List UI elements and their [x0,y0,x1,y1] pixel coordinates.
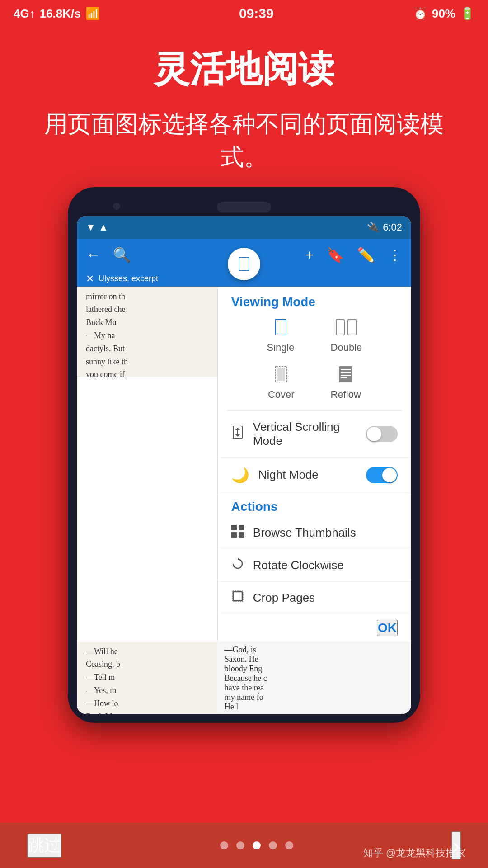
svg-marker-23 [238,557,240,560]
actions-header: Actions [218,493,411,517]
app-statusbar: ▼ ▲ 🔌 6:02 [77,216,411,239]
app-battery-icon: 🔌 [367,222,379,233]
bottom-nav: 跳过 › 知乎 @龙龙黑科技推家 [0,823,488,868]
ok-button[interactable]: OK [377,620,398,636]
night-mode-thumb [382,468,397,482]
browse-thumbnails-row[interactable]: Browse Thumbnails [218,517,411,549]
single-mode-btn[interactable]: Single [249,314,312,359]
dot-3-active [253,841,261,849]
night-mode-label: Night Mode [258,468,357,482]
svg-rect-20 [239,525,244,530]
browse-thumbnails-icon [231,525,244,541]
close-button[interactable]: ✕ [86,273,94,285]
cover-label: Cover [268,389,295,401]
dot-2 [236,841,244,849]
battery-icon: 🔋 [460,7,474,21]
single-label: Single [267,342,294,354]
viewing-mode-header: Viewing Mode [218,287,411,314]
page-mode-button[interactable] [228,248,260,280]
svg-rect-24 [233,592,242,601]
vertical-scroll-toggle[interactable] [366,426,398,442]
night-mode-toggle[interactable] [366,467,398,483]
vertical-scroll-label: Vertical Scrolling Mode [253,420,357,448]
bookmark-icon[interactable]: 🔖 [326,246,344,264]
phone-frame: ▼ ▲ 🔌 6:02 ← 🔍 👤+ 🔖 ✏ [68,187,420,723]
vertical-scrolling-row: Vertical Scrolling Mode [218,411,411,458]
svg-rect-9 [277,368,285,381]
vertical-scroll-icon [231,425,244,442]
book-text-lower: —Will he Ceasing, b —Tell m —Yes, m —How… [77,642,217,714]
subtitle: 用页面图标选择各种不同的页面阅读模式。 [27,108,461,174]
svg-rect-19 [231,525,237,530]
cover-mode-btn[interactable]: Cover [250,361,313,406]
svg-marker-17 [235,428,240,430]
svg-rect-3 [276,320,286,335]
app-toolbar: ← 🔍 👤+ 🔖 ✏️ ⋮ [77,239,411,271]
phone-container: ▼ ▲ 🔌 6:02 ← 🔍 👤+ 🔖 ✏ [68,187,420,723]
viewing-mode-panel: Viewing Mode Single [217,287,411,642]
content-area: mirror on th lathered che Buck Mu —My na… [77,287,411,642]
double-icon [336,319,357,339]
status-bar: 4G↑ 16.8K/s 📶 09:39 ⏰ 90% 🔋 [0,0,488,27]
dot-5 [285,841,293,849]
browse-thumbnails-label: Browse Thumbnails [253,526,356,540]
reflow-label: Reflow [331,389,361,401]
search-icon[interactable]: 🔍 [113,246,131,264]
more-menu-icon[interactable]: ⋮ [388,246,402,264]
battery-text: 90% [432,7,455,21]
app-time: 6:02 [383,222,402,233]
back-button[interactable]: ← [86,246,100,263]
view-modes-row1: Single Double [218,314,411,361]
add-user-icon[interactable]: 👤+ [287,246,314,264]
title-section: 灵活地阅读 用页面图标选择各种不同的页面阅读模式。 [0,27,488,187]
ok-row: OK [218,614,411,642]
book-text: mirror on th lathered che Buck Mu —My na… [77,287,217,377]
book-title: Ulysses, excerpt [99,274,158,283]
rotate-clockwise-icon [231,557,244,573]
rotate-clockwise-row[interactable]: Rotate Clockwise [218,549,411,582]
dot-1 [220,841,228,849]
edit-icon[interactable]: ✏️ [357,246,375,264]
night-mode-icon: 🌙 [231,467,249,484]
phone-notch [77,196,411,216]
rotate-clockwise-label: Rotate Clockwise [253,558,344,572]
svg-rect-5 [337,320,344,335]
skip-button[interactable]: 跳过 [27,834,61,858]
svg-rect-22 [239,532,244,538]
status-right: ⏰ 90% 🔋 [413,7,474,21]
app-statusbar-right: 🔌 6:02 [367,222,402,233]
svg-rect-1 [239,258,249,270]
watermark: 知乎 @龙龙黑科技推家 [363,846,465,860]
svg-rect-21 [231,532,237,538]
single-icon [274,319,287,339]
dot-4 [269,841,277,849]
status-time: 09:39 [239,6,274,21]
double-label: Double [331,342,362,354]
svg-marker-18 [235,434,240,437]
crop-pages-icon [231,590,244,606]
double-mode-btn[interactable]: Double [313,314,380,359]
lower-content: —Will he Ceasing, b —Tell m —Yes, m —How… [77,642,411,714]
speed-text: 16.8K/s [40,7,81,21]
phone-speaker [217,202,271,212]
main-title: 灵活地阅读 [27,45,461,94]
wifi-icon: 📶 [85,7,100,21]
reflow-mode-btn[interactable]: Reflow [313,361,379,406]
crop-pages-label: Crop Pages [253,591,315,605]
svg-rect-25 [232,591,243,602]
status-left: 4G↑ 16.8K/s 📶 [14,7,100,21]
phone-screen: ▼ ▲ 🔌 6:02 ← 🔍 👤+ 🔖 ✏ [77,216,411,714]
view-modes-row2: Cover [218,361,411,410]
dots-container [220,841,293,849]
crop-pages-row[interactable]: Crop Pages [218,582,411,614]
book-text-right: —God, is Saxon. He bloody Eng Because he… [217,642,411,714]
night-mode-row: 🌙 Night Mode [218,458,411,493]
vertical-scroll-thumb [367,427,381,441]
app-wifi-icon: ▼ ▲ [86,222,108,233]
reflow-icon [339,366,352,386]
signal-icon: 4G↑ [14,7,35,21]
svg-rect-10 [339,366,352,382]
svg-rect-7 [348,320,356,335]
alarm-icon: ⏰ [413,7,427,21]
cover-icon [274,366,288,386]
